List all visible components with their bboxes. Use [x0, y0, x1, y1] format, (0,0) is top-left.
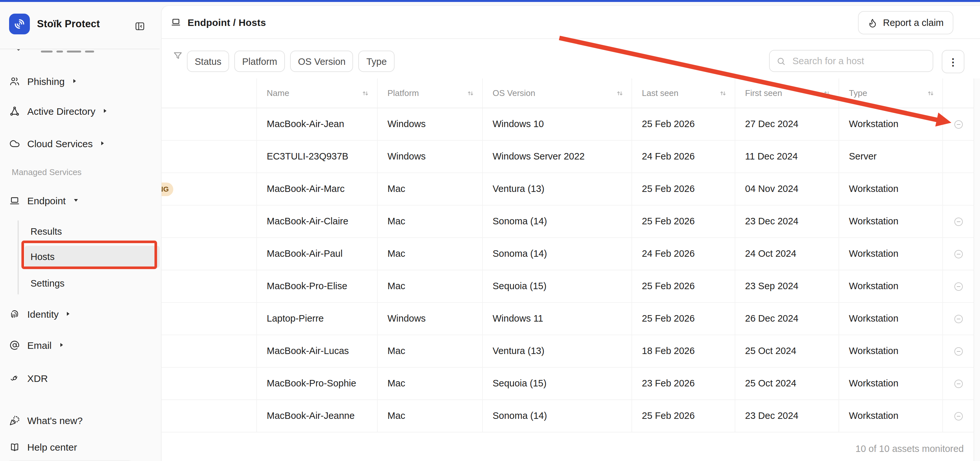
column-header-platform[interactable]: Platform — [378, 78, 483, 108]
users-icon — [9, 76, 20, 87]
sidebar-item-label: Endpoint — [27, 195, 65, 206]
search-box — [769, 50, 933, 72]
sidebar-item-email[interactable]: Email — [9, 335, 63, 355]
stoik-logo-icon — [9, 14, 30, 34]
column-header-os-version[interactable]: OS Version — [483, 78, 632, 108]
filter-funnel-icon — [173, 51, 183, 61]
cell-type: Workstation — [839, 270, 943, 303]
remove-host-button[interactable] — [943, 400, 975, 432]
filter-button-platform[interactable]: Platform — [234, 51, 285, 72]
remove-host-button[interactable] — [943, 335, 975, 368]
cell-platform: Mac — [378, 335, 483, 368]
table-toolbar: StatusPlatformOS VersionType ⋮ — [162, 38, 980, 72]
sidebar-item-cloud-services[interactable]: Cloud Services — [9, 133, 104, 153]
sidebar-subitem-hosts[interactable]: Hosts — [25, 246, 160, 268]
cell-platform: Windows — [378, 303, 483, 335]
cell-first-seen: 11 Dec 2024 — [735, 141, 839, 173]
cell-last-seen: 24 Feb 2026 — [632, 238, 735, 270]
column-header-label: OS Version — [493, 88, 535, 98]
chevron-down-icon — [74, 199, 78, 202]
table-row[interactable]: MacBook-Pro-EliseMacSequoia (15)25 Feb 2… — [162, 270, 975, 303]
redacted-text-dash — [85, 51, 94, 52]
cell-platform: Mac — [378, 238, 483, 270]
table-row[interactable]: NGMacBook-Air-MarcMacVentura (13)25 Feb … — [162, 173, 975, 206]
remove-host-button[interactable] — [943, 238, 975, 270]
cell-status — [162, 270, 257, 303]
table-menu-button[interactable]: ⋮ — [942, 50, 964, 73]
sidebar-item-help-center[interactable]: Help center — [9, 437, 77, 456]
cell-type: Workstation — [839, 108, 943, 141]
table-row[interactable]: MacBook-Air-JeanneMacSonoma (14)25 Feb 2… — [162, 400, 975, 432]
remove-host-button[interactable] — [943, 368, 975, 400]
cell-first-seen: 26 Dec 2024 — [735, 303, 839, 335]
cell-platform: Windows — [378, 141, 483, 173]
sidebar-item-label: Phishing — [27, 76, 65, 87]
table-row[interactable]: MacBook-Air-LucasMacVentura (13)18 Feb 2… — [162, 335, 975, 368]
table-row[interactable]: Laptop-PierreWindowsWindows 1125 Feb 202… — [162, 303, 975, 335]
collapse-sidebar-icon[interactable] — [134, 21, 145, 32]
sidebar-item-label: Active Directory — [27, 105, 95, 116]
filter-button-os-version[interactable]: OS Version — [290, 51, 353, 72]
cell-name: MacBook-Air-Claire — [257, 206, 378, 238]
cell-type: Workstation — [839, 173, 943, 206]
sidebar-item-label: Email — [27, 339, 52, 350]
chevron-right-icon — [67, 312, 70, 316]
sort-icon — [927, 89, 935, 97]
column-header-first-seen[interactable]: First seen — [735, 78, 839, 108]
sidebar-item-xdr[interactable]: XDR — [9, 368, 48, 388]
remove-host-icon — [953, 314, 964, 324]
report-claim-button[interactable]: Report a claim — [858, 11, 953, 34]
sidebar-subitem-settings[interactable]: Settings — [30, 274, 65, 293]
sidebar-item-label: What's new? — [27, 415, 83, 426]
cell-first-seen: 24 Oct 2024 — [735, 238, 839, 270]
sidebar-item-active-directory[interactable]: Active Directory — [9, 101, 107, 120]
cell-name: MacBook-Air-Paul — [257, 238, 378, 270]
cell-status — [162, 368, 257, 400]
cell-status — [162, 400, 257, 432]
filter-button-type[interactable]: Type — [359, 51, 395, 72]
cell-name: MacBook-Air-Lucas — [257, 335, 378, 368]
search-input[interactable] — [791, 55, 926, 67]
cell-os-version: Sonoma (14) — [483, 400, 632, 432]
scrollbar-gutter[interactable] — [974, 78, 980, 461]
table-row[interactable]: MacBook-Air-ClaireMacSonoma (14)25 Feb 2… — [162, 206, 975, 238]
table-row[interactable]: MacBook-Air-PaulMacSonoma (14)24 Feb 202… — [162, 238, 975, 270]
remove-host-button[interactable] — [943, 303, 975, 335]
sidebar-item-identity[interactable]: Identity — [9, 304, 70, 323]
cell-type: Workstation — [839, 206, 943, 238]
book-open-icon — [9, 441, 20, 452]
laptop-icon — [171, 17, 181, 27]
sidebar-item-endpoint[interactable]: Endpoint — [9, 191, 78, 210]
sidebar-item-whats-new[interactable]: What's new? — [9, 410, 83, 430]
cell-os-version: Sonoma (14) — [483, 206, 632, 238]
cell-type: Workstation — [839, 368, 943, 400]
cell-first-seen: 25 Oct 2024 — [735, 368, 839, 400]
cell-actions-empty — [943, 173, 975, 206]
table-body: MacBook-Air-JeanWindowsWindows 1025 Feb … — [162, 108, 975, 432]
remove-host-icon — [953, 216, 964, 227]
filter-button-status[interactable]: Status — [187, 51, 229, 72]
cell-status — [162, 335, 257, 368]
remove-host-icon — [953, 346, 964, 356]
sidebar-subitem-results[interactable]: Results — [30, 222, 62, 241]
column-header-name[interactable]: Name — [257, 78, 378, 108]
table-row[interactable]: EC3TULI-23Q937BWindowsWindows Server 202… — [162, 141, 975, 173]
remove-host-button[interactable] — [943, 270, 975, 303]
sidebar-item-label: Cloud Services — [27, 138, 93, 149]
sort-icon — [823, 89, 831, 97]
table-row[interactable]: MacBook-Pro-SophieMacSequoia (15)23 Feb … — [162, 368, 975, 400]
main-panel: Endpoint / Hosts Report a claim StatusPl… — [161, 5, 980, 461]
column-header-label: Last seen — [642, 88, 679, 98]
network-triangle-icon — [9, 105, 20, 116]
column-header-label: Platform — [387, 88, 419, 98]
remove-host-button[interactable] — [943, 206, 975, 238]
column-header-last-seen[interactable]: Last seen — [632, 78, 735, 108]
remove-host-button[interactable] — [943, 108, 975, 141]
sidebar: Stoïk Protect Phishing — [0, 2, 160, 461]
table-row[interactable]: MacBook-Air-JeanWindowsWindows 1025 Feb … — [162, 108, 975, 141]
cell-first-seen: 27 Dec 2024 — [735, 108, 839, 141]
column-header-type[interactable]: Type — [839, 78, 943, 108]
cell-name: Laptop-Pierre — [257, 303, 378, 335]
submenu-guide-line — [18, 220, 19, 295]
sidebar-item-phishing[interactable]: Phishing — [9, 71, 76, 91]
